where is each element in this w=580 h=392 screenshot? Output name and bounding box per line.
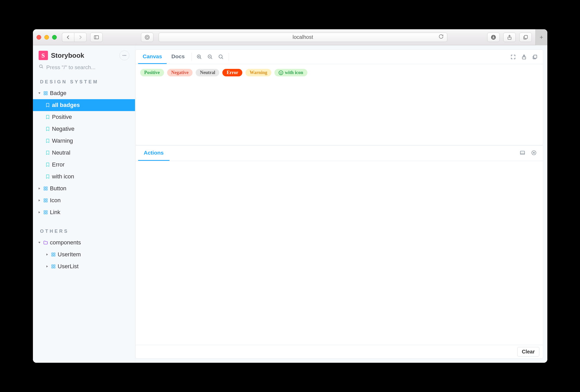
url-bar[interactable]: localhost	[159, 33, 447, 42]
window-zoom-button[interactable]	[52, 35, 57, 40]
downloads-button[interactable]	[487, 33, 500, 42]
tree-item-user-list[interactable]: UserList	[33, 260, 135, 272]
tree-item-warning[interactable]: Warning	[33, 135, 135, 147]
svg-rect-23	[46, 189, 47, 190]
svg-marker-14	[38, 92, 40, 94]
share-button[interactable]	[503, 33, 516, 42]
clear-button[interactable]: Clear	[517, 347, 539, 357]
badge-positive: Positive	[140, 69, 164, 76]
svg-point-9	[123, 55, 123, 56]
tab-docs[interactable]: Docs	[167, 50, 189, 64]
reader-privacy-button[interactable]	[141, 33, 153, 42]
component-icon	[43, 91, 48, 95]
svg-point-10	[124, 55, 125, 56]
sidebar-toggle-button[interactable]	[90, 33, 103, 42]
sidebar-search[interactable]	[39, 64, 129, 70]
svg-rect-37	[54, 253, 55, 254]
new-tab-button[interactable]	[535, 29, 547, 45]
section-design-system: DESIGN SYSTEM	[33, 77, 135, 87]
story-icon	[45, 163, 50, 167]
window-close-button[interactable]	[37, 35, 41, 40]
safari-window: localhost S	[33, 29, 547, 363]
svg-marker-24	[39, 199, 40, 201]
brand-title: Storybook	[51, 52, 84, 60]
safari-toolbar: localhost	[33, 29, 547, 45]
tree-item-link[interactable]: Link	[33, 206, 135, 218]
tree-label: Link	[50, 209, 60, 216]
tree-item-button[interactable]: Button	[33, 183, 135, 194]
tree-label: with icon	[52, 173, 74, 180]
svg-rect-56	[520, 151, 525, 155]
addons-close-button[interactable]	[531, 150, 537, 156]
svg-marker-29	[39, 211, 40, 213]
tab-canvas[interactable]: Canvas	[138, 50, 167, 64]
tabs-button[interactable]	[519, 33, 532, 42]
svg-marker-19	[39, 187, 40, 190]
svg-marker-34	[38, 242, 40, 243]
addons-orientation-button[interactable]	[520, 150, 525, 156]
open-isolate-button[interactable]	[519, 54, 529, 60]
sidebar-header: Storybook	[33, 50, 135, 60]
tree-label: Icon	[50, 197, 61, 204]
tree-label: all badges	[52, 102, 80, 108]
tab-actions[interactable]: Actions	[138, 146, 169, 161]
tree-label: Positive	[52, 114, 72, 120]
story-icon	[45, 103, 50, 107]
search-input[interactable]	[46, 64, 129, 70]
tree-item-user-item[interactable]: UserItem	[33, 249, 135, 260]
tree-item-with-icon[interactable]: with icon	[33, 171, 135, 183]
back-button[interactable]	[62, 33, 74, 42]
brand: Storybook	[39, 51, 84, 60]
svg-point-3	[146, 36, 148, 38]
preview-canvas: Positive Negative Neutral Error Warning …	[136, 64, 543, 81]
svg-marker-35	[46, 253, 48, 256]
fullscreen-button[interactable]	[508, 54, 519, 60]
tree-item-components-folder[interactable]: components	[33, 237, 135, 249]
caret-right-icon	[38, 187, 41, 190]
badge-negative: Negative	[167, 69, 193, 76]
caret-right-icon	[45, 265, 49, 268]
svg-rect-16	[46, 92, 47, 93]
svg-rect-41	[52, 265, 53, 266]
svg-rect-31	[46, 211, 47, 212]
storybook-main: Canvas Docs	[135, 45, 547, 363]
badge-with-icon-label: with icon	[285, 70, 303, 75]
addons-tools	[520, 146, 540, 161]
tree-item-neutral[interactable]: Neutral	[33, 147, 135, 159]
zoom-out-button[interactable]	[205, 54, 216, 60]
zoom-in-button[interactable]	[194, 54, 205, 60]
tree-item-negative[interactable]: Negative	[33, 123, 135, 135]
story-icon	[45, 115, 50, 119]
copy-link-button[interactable]	[529, 54, 540, 60]
tree-label: components	[50, 239, 81, 246]
caret-down-icon	[38, 241, 41, 244]
reload-icon[interactable]	[438, 34, 444, 41]
sidebar-menu-button[interactable]	[119, 50, 129, 60]
tree-label: UserItem	[58, 251, 81, 258]
search-icon	[39, 64, 44, 70]
addons-footer: Clear	[136, 345, 543, 358]
zoom-reset-button[interactable]	[216, 54, 227, 60]
component-icon	[51, 264, 56, 268]
story-icon	[45, 151, 50, 155]
svg-rect-33	[46, 213, 47, 214]
addons-tabs: Actions	[136, 146, 543, 161]
tree-item-icon[interactable]: Icon	[33, 194, 135, 206]
tree-label: Badge	[50, 90, 67, 97]
svg-rect-44	[54, 267, 55, 268]
window-minimize-button[interactable]	[44, 35, 49, 40]
tree-item-badge[interactable]: Badge	[33, 87, 135, 99]
caret-down-icon	[38, 92, 41, 95]
tree-item-error[interactable]: Error	[33, 159, 135, 171]
tree-item-positive[interactable]: Positive	[33, 111, 135, 123]
story-icon	[45, 175, 50, 179]
story-icon	[45, 127, 50, 131]
component-icon	[51, 252, 56, 257]
svg-rect-28	[46, 201, 47, 202]
separator	[192, 53, 192, 61]
svg-rect-26	[46, 199, 47, 200]
svg-rect-21	[46, 187, 47, 188]
svg-rect-25	[44, 199, 45, 200]
tree-item-all-badges[interactable]: all badges	[33, 99, 135, 111]
forward-button[interactable]	[74, 33, 87, 42]
